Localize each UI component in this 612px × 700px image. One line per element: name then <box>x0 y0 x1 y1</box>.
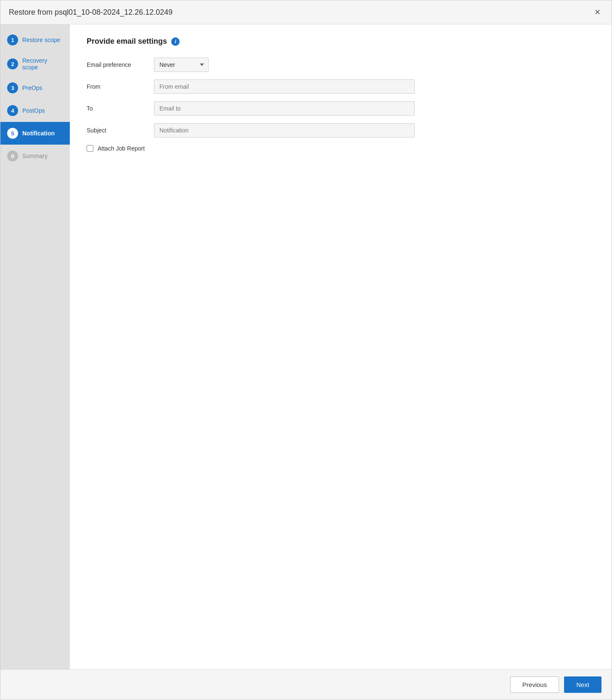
restore-dialog: Restore from psql01_10-08-2024_12.26.12.… <box>0 0 612 700</box>
step-badge-5: 5 <box>7 128 18 139</box>
to-label: To <box>87 105 146 112</box>
sidebar-item-summary[interactable]: 6 Summary <box>0 145 70 167</box>
to-input[interactable] <box>154 101 415 116</box>
email-preference-control: Never Always On Failure On Success <box>154 58 415 72</box>
sidebar-item-label-2: Recovery scope <box>22 57 63 71</box>
from-label: From <box>87 83 146 90</box>
attach-job-report-label[interactable]: Attach Job Report <box>98 145 145 152</box>
email-preference-row: Email preference Never Always On Failure… <box>87 58 595 72</box>
attach-job-report-checkbox[interactable] <box>87 145 93 152</box>
dialog-footer: Previous Next <box>0 669 612 700</box>
sidebar-item-restore-scope[interactable]: 1 Restore scope <box>0 29 70 51</box>
sidebar-item-notification[interactable]: 5 Notification <box>0 122 70 145</box>
close-icon: ✕ <box>594 8 601 17</box>
step-badge-3: 3 <box>7 82 18 93</box>
sidebar-item-recovery-scope[interactable]: 2 Recovery scope <box>0 51 70 77</box>
section-title: Provide email settings <box>87 37 167 46</box>
step-badge-4: 4 <box>7 105 18 116</box>
to-control <box>154 101 415 116</box>
step-badge-2: 2 <box>7 58 18 69</box>
from-row: From <box>87 79 595 94</box>
sidebar-item-postops[interactable]: 4 PostOps <box>0 99 70 122</box>
email-preference-label: Email preference <box>87 61 146 68</box>
main-content: Provide email settings i Email preferenc… <box>70 24 612 669</box>
sidebar-item-label-3: PreOps <box>22 85 42 91</box>
sidebar-item-label-5: Notification <box>22 130 55 137</box>
close-button[interactable]: ✕ <box>591 6 603 18</box>
sidebar-item-label-4: PostOps <box>22 107 45 114</box>
previous-button[interactable]: Previous <box>510 676 559 693</box>
from-control <box>154 79 415 94</box>
sidebar: 1 Restore scope 2 Recovery scope 3 PreOp… <box>0 24 70 669</box>
step-badge-1: 1 <box>7 34 18 45</box>
subject-row: Subject <box>87 123 595 137</box>
attach-job-report-row: Attach Job Report <box>87 145 595 152</box>
sidebar-item-preops[interactable]: 3 PreOps <box>0 77 70 99</box>
dialog-body: 1 Restore scope 2 Recovery scope 3 PreOp… <box>0 24 612 669</box>
subject-input[interactable] <box>154 123 415 137</box>
info-icon[interactable]: i <box>171 37 180 46</box>
subject-control <box>154 123 415 137</box>
from-input[interactable] <box>154 79 415 94</box>
dialog-title: Restore from psql01_10-08-2024_12.26.12.… <box>9 8 172 17</box>
step-badge-6: 6 <box>7 151 18 161</box>
sidebar-item-label-1: Restore scope <box>22 37 60 43</box>
email-preference-select[interactable]: Never Always On Failure On Success <box>154 58 209 72</box>
section-header: Provide email settings i <box>87 37 595 46</box>
to-row: To <box>87 101 595 116</box>
next-button[interactable]: Next <box>564 676 601 693</box>
sidebar-item-label-6: Summary <box>22 153 48 159</box>
dialog-header: Restore from psql01_10-08-2024_12.26.12.… <box>0 0 612 24</box>
subject-label: Subject <box>87 127 146 134</box>
